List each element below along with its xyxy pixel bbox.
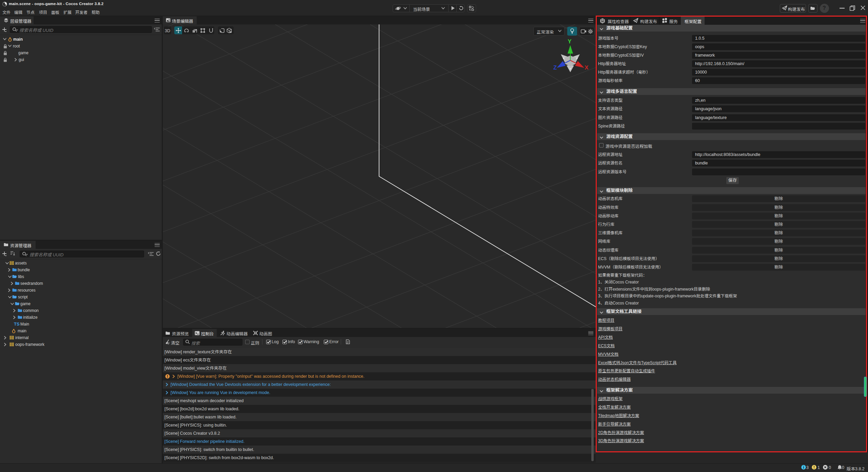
svg-text:Y: Y bbox=[568, 38, 572, 45]
svg-text:X: X bbox=[585, 64, 589, 71]
svg-text:Z: Z bbox=[553, 64, 557, 71]
